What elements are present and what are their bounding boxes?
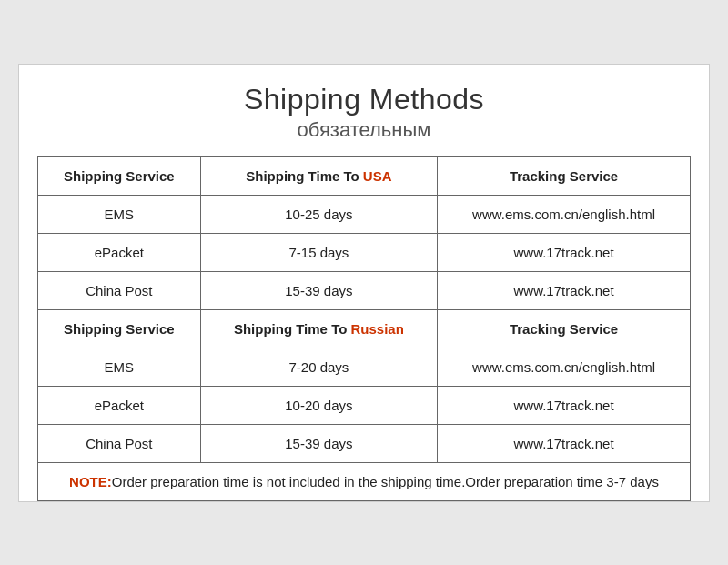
time-cell: 10-20 days [200,386,437,424]
time-cell: 7-15 days [200,233,437,271]
service-cell: ePacket [38,233,201,271]
note-label: NOTE: [69,474,112,489]
time-cell: 7-20 days [200,348,437,386]
tracking-cell: www.17track.net [438,424,691,462]
col2-accent-russian: Russian [351,321,404,337]
service-cell: ePacket [38,386,201,424]
col3-header-russian: Tracking Service [438,309,691,348]
tracking-cell: www.ems.com.cn/english.html [438,195,691,233]
table-header-russian: Shipping Service Shipping Time To Russia… [38,309,691,348]
shipping-table: Shipping Service Shipping Time To USA Tr… [37,156,691,501]
tracking-cell: www.17track.net [438,271,691,309]
col2-header-russian: Shipping Time To Russian [200,309,437,348]
service-cell: EMS [38,348,201,386]
col2-prefix-russian: Shipping Time To [234,321,351,337]
col1-header-usa: Shipping Service [38,156,201,195]
service-cell: EMS [38,195,201,233]
time-cell: 15-39 days [200,271,437,309]
col2-header-usa: Shipping Time To USA [200,156,437,195]
tracking-cell: www.17track.net [438,233,691,271]
tracking-cell: www.ems.com.cn/english.html [438,348,691,386]
col3-header-usa: Tracking Service [438,156,691,195]
tracking-cell: www.17track.net [438,386,691,424]
page-subtitle: обязательным [37,118,691,142]
note-text: Order preparation time is not included i… [112,474,659,489]
table-row: EMS 10-25 days www.ems.com.cn/english.ht… [38,195,691,233]
time-cell: 10-25 days [200,195,437,233]
table-row: China Post 15-39 days www.17track.net [38,271,691,309]
col1-header-russian: Shipping Service [38,309,201,348]
time-cell: 15-39 days [200,424,437,462]
page-title: Shipping Methods [37,83,691,116]
table-row: ePacket 10-20 days www.17track.net [38,386,691,424]
table-row: EMS 7-20 days www.ems.com.cn/english.htm… [38,348,691,386]
main-container: Shipping Methods обязательным Shipping S… [18,64,710,502]
note-cell: NOTE:Order preparation time is not inclu… [38,462,691,500]
table-row: ePacket 7-15 days www.17track.net [38,233,691,271]
note-row: NOTE:Order preparation time is not inclu… [38,462,691,500]
col2-accent-usa: USA [363,168,392,184]
table-header-usa: Shipping Service Shipping Time To USA Tr… [38,156,691,195]
table-row: China Post 15-39 days www.17track.net [38,424,691,462]
title-section: Shipping Methods обязательным [37,83,691,156]
service-cell: China Post [38,271,201,309]
col2-prefix-usa: Shipping Time To [246,168,363,184]
service-cell: China Post [38,424,201,462]
